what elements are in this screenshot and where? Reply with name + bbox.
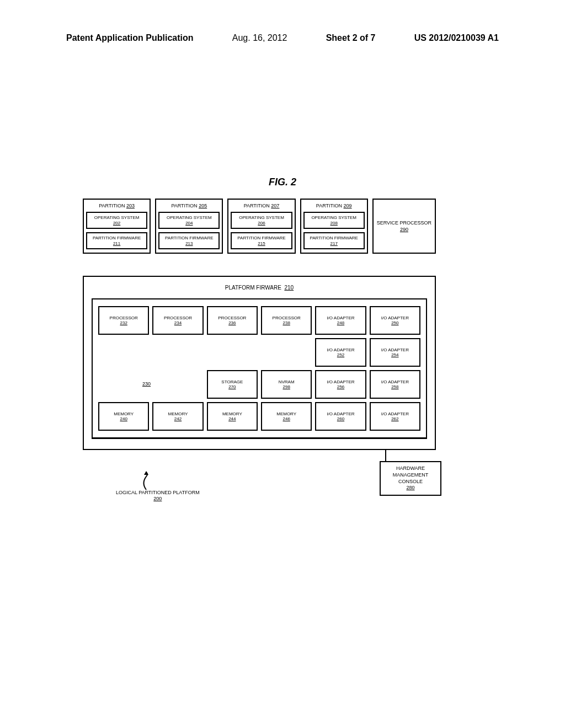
operating-system-box: OPERATING SYSTEM 204 [158, 212, 220, 229]
nvram-298: NVRAM298 [261, 370, 312, 399]
partition-title: PARTITION 205 [158, 203, 220, 208]
blank-cell [207, 338, 258, 367]
processor-232: PROCESSOR232 [98, 306, 149, 335]
partition-209: PARTITION 209 OPERATING SYSTEM 208 PARTI… [300, 199, 368, 254]
ref-230: 230 [142, 381, 151, 387]
operating-system-box: OPERATING SYSTEM 202 [86, 212, 147, 229]
io-adapter-252: I/O ADAPTER252 [315, 338, 366, 367]
partition-title: PARTITION 207 [231, 203, 292, 208]
blank-cell [98, 370, 149, 399]
processor-236: PROCESSOR236 [207, 306, 258, 335]
header-left: Patent Application Publication [66, 33, 194, 43]
hmc-connector-line [385, 449, 386, 462]
io-adapter-262: I/O ADAPTER262 [370, 402, 420, 431]
hardware-grid: 230 PROCESSOR232 PROCESSOR234 PROCESSOR2… [92, 298, 427, 439]
figure-title: FIG. 2 [0, 176, 565, 188]
operating-system-box: OPERATING SYSTEM 206 [231, 212, 292, 229]
platform-firmware-title: PLATFORM FIRWARE 210 [92, 285, 427, 291]
io-adapter-260: I/O ADAPTER260 [315, 402, 366, 431]
header-date: Aug. 16, 2012 [232, 33, 287, 43]
io-adapter-258: I/O ADAPTER258 [370, 370, 420, 399]
header-docnum: US 2012/0210039 A1 [414, 33, 499, 43]
processor-234: PROCESSOR234 [152, 306, 203, 335]
partition-firmware-box: PARTITION FIRMWARE 213 [158, 232, 220, 249]
operating-system-box: OPERATING SYSTEM 208 [303, 212, 365, 229]
blank-cell [152, 370, 203, 399]
partition-title: PARTITION 203 [86, 203, 147, 208]
io-adapter-248: I/O ADAPTER248 [315, 306, 366, 335]
storage-270: STORAGE270 [207, 370, 258, 399]
io-adapter-250: I/O ADAPTER250 [370, 306, 420, 335]
blank-cell [261, 338, 312, 367]
page-header: Patent Application Publication Aug. 16, … [0, 33, 565, 43]
memory-242: MEMORY242 [152, 402, 203, 431]
memory-244: MEMORY244 [207, 402, 258, 431]
blank-cell [152, 338, 203, 367]
platform-firmware-box: PLATFORM FIRWARE 210 230 PROCESSOR232 PR… [83, 276, 436, 450]
curved-arrow-icon [142, 471, 150, 491]
memory-246: MEMORY246 [261, 402, 312, 431]
partition-firmware-box: PARTITION FIRMWARE 211 [86, 232, 147, 249]
partitions-row: PARTITION 203 OPERATING SYSTEM 202 PARTI… [83, 199, 436, 254]
io-adapter-256: I/O ADAPTER256 [315, 370, 366, 399]
diagram: PARTITION 203 OPERATING SYSTEM 202 PARTI… [83, 199, 436, 511]
header-sheet: Sheet 2 of 7 [326, 33, 376, 43]
bottom-section: HARDWARE MANAGEMENT CONSOLE 280 LOGICAL … [83, 450, 436, 511]
hardware-management-console-box: HARDWARE MANAGEMENT CONSOLE 280 [380, 461, 441, 496]
partition-firmware-box: PARTITION FIRMWARE 215 [231, 232, 292, 249]
page: Patent Application Publication Aug. 16, … [0, 0, 565, 728]
partition-title: PARTITION 209 [303, 203, 365, 208]
svg-marker-0 [144, 471, 148, 475]
processor-238: PROCESSOR238 [261, 306, 312, 335]
partition-firmware-box: PARTITION FIRMWARE 217 [303, 232, 365, 249]
partition-205: PARTITION 205 OPERATING SYSTEM 204 PARTI… [155, 199, 223, 254]
partition-203: PARTITION 203 OPERATING SYSTEM 202 PARTI… [83, 199, 151, 254]
blank-cell [98, 338, 149, 367]
io-adapter-254: I/O ADAPTER254 [370, 338, 420, 367]
memory-240: MEMORY240 [98, 402, 149, 431]
partition-207: PARTITION 207 OPERATING SYSTEM 206 PARTI… [227, 199, 295, 254]
logical-partitioned-platform-label: LOGICAL PARTITIONED PLATFORM 200 [116, 490, 200, 502]
service-processor-box: SERVICE PROCESSOR 290 [372, 199, 436, 254]
